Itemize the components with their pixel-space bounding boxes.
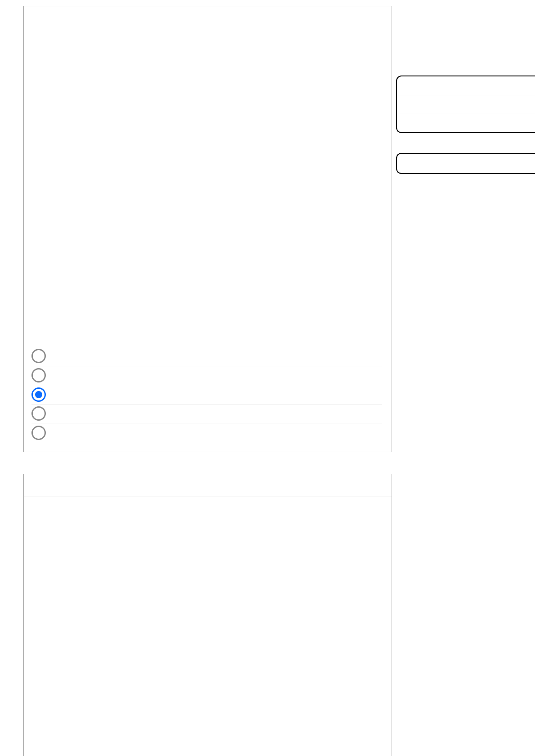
- radio-selected-dot-icon: [35, 391, 42, 398]
- option-row-2[interactable]: [31, 366, 382, 385]
- radio-option-5[interactable]: [31, 426, 46, 440]
- option-row-1[interactable]: [31, 347, 382, 366]
- radio-option-2[interactable]: [31, 368, 46, 382]
- card-2: [23, 474, 392, 756]
- right-panel-1-row-3[interactable]: [397, 114, 535, 134]
- radio-option-4[interactable]: [31, 406, 46, 421]
- right-panel-1-row-1[interactable]: [397, 76, 535, 95]
- option-row-5[interactable]: [31, 423, 382, 442]
- right-panel-1: [396, 76, 535, 133]
- card-1-body: [24, 29, 392, 452]
- option-row-4[interactable]: [31, 404, 382, 423]
- right-panel-1-row-2[interactable]: [397, 95, 535, 114]
- option-row-3[interactable]: [31, 385, 382, 404]
- right-panel-2[interactable]: [396, 153, 535, 174]
- radio-option-1[interactable]: [31, 349, 46, 363]
- card-2-header: [24, 474, 392, 497]
- option-list: [31, 347, 382, 442]
- card-1-header: [24, 6, 392, 29]
- radio-option-3[interactable]: [31, 387, 46, 402]
- card-2-body: [24, 497, 392, 756]
- card-1: [23, 6, 392, 452]
